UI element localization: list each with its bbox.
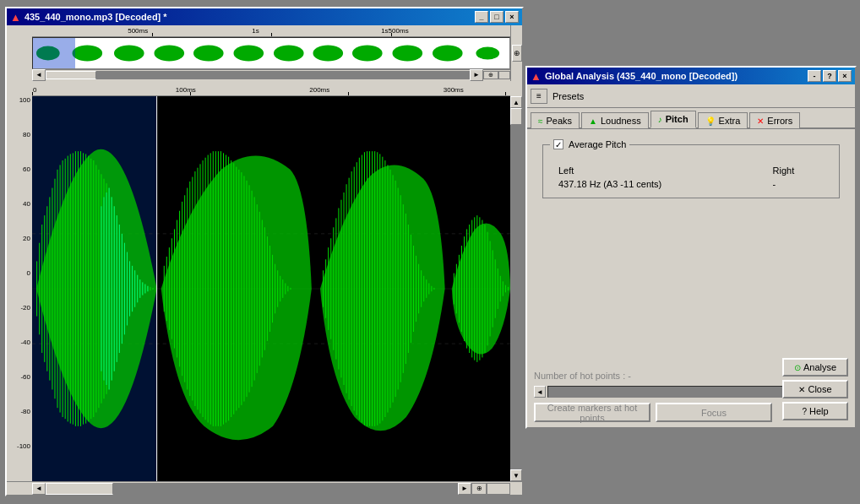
tab-pitch-label: Pitch xyxy=(666,114,689,124)
avg-pitch-label: Average Pitch xyxy=(569,139,626,149)
tab-loudness[interactable]: ▲ Loudness xyxy=(581,112,649,128)
svg-rect-167 xyxy=(413,246,414,332)
y-label-80: 80 xyxy=(23,131,30,138)
svg-rect-64 xyxy=(103,197,104,380)
analysis-help-btn[interactable]: ? xyxy=(823,70,836,82)
waveform-svg xyxy=(32,96,510,481)
svg-rect-22 xyxy=(49,197,50,380)
waveform-title-bar: ▲ 435_440_mono.mp3 [Decoded] * _ □ × xyxy=(7,8,522,25)
svg-rect-135 xyxy=(330,238,331,339)
svg-rect-191 xyxy=(493,250,493,327)
svg-rect-127 xyxy=(280,276,280,301)
mini-zoom-button[interactable]: ⊕ xyxy=(512,45,522,62)
svg-rect-138 xyxy=(338,208,339,369)
mini-wave-section: 500ms 1s 1s500ms xyxy=(7,25,522,81)
svg-rect-84 xyxy=(169,247,170,330)
svg-rect-140 xyxy=(344,192,345,385)
mini-scroll-track[interactable] xyxy=(46,71,470,79)
avg-pitch-checkbox[interactable]: ✓ xyxy=(553,139,563,149)
main-waveform-canvas[interactable] xyxy=(32,96,510,481)
main-ruler-spacer xyxy=(7,81,32,96)
tab-errors[interactable]: ✕ Errors xyxy=(749,112,800,128)
h-scroll-left[interactable]: ◄ xyxy=(32,483,46,495)
presets-icon[interactable]: ≡ xyxy=(531,89,547,104)
h-scroll-thumb[interactable] xyxy=(46,483,113,495)
svg-rect-27 xyxy=(63,160,63,417)
svg-rect-62 xyxy=(153,288,154,290)
svg-rect-172 xyxy=(426,279,427,298)
svg-rect-36 xyxy=(85,154,86,423)
analysis-minimize-btn[interactable]: - xyxy=(808,70,821,82)
svg-rect-33 xyxy=(78,151,79,426)
svg-rect-119 xyxy=(259,212,260,366)
h-zoom-icon[interactable]: ⊕ xyxy=(471,483,487,495)
tab-pitch[interactable]: ♪ Pitch xyxy=(650,111,696,128)
svg-rect-156 xyxy=(384,160,385,417)
svg-rect-152 xyxy=(374,151,375,426)
close-button[interactable]: × xyxy=(505,11,519,23)
svg-rect-183 xyxy=(471,220,472,358)
maximize-button[interactable]: □ xyxy=(490,11,503,23)
h-scroll-right[interactable]: ► xyxy=(458,483,471,495)
top-ruler: 500ms 1s 1s500ms xyxy=(32,25,510,37)
svg-rect-41 xyxy=(98,170,99,408)
svg-rect-94 xyxy=(194,171,195,406)
svg-rect-168 xyxy=(416,256,416,322)
close-button[interactable]: ✕ Close xyxy=(782,380,848,398)
svg-rect-180 xyxy=(464,236,465,341)
analysis-close-btn[interactable]: × xyxy=(838,70,852,82)
minimize-button[interactable]: _ xyxy=(475,11,488,23)
svg-rect-157 xyxy=(387,165,388,412)
svg-rect-174 xyxy=(431,286,432,292)
svg-rect-112 xyxy=(241,172,242,405)
zoom-handle[interactable] xyxy=(498,71,510,79)
scroll-thumb-v[interactable] xyxy=(510,108,522,125)
waveform-title: 435_440_mono.mp3 [Decoded] * xyxy=(24,12,167,22)
svg-rect-73 xyxy=(127,252,128,326)
svg-rect-159 xyxy=(393,175,394,402)
scroll-left-arrow[interactable]: ◄ xyxy=(32,69,46,81)
h-scroll-track[interactable] xyxy=(46,483,458,495)
focus-button[interactable]: Focus xyxy=(656,403,772,422)
svg-rect-125 xyxy=(275,264,275,314)
scroll-track-v[interactable] xyxy=(510,108,522,469)
slider-left-arrow[interactable]: ◄ xyxy=(534,386,546,398)
svg-rect-151 xyxy=(372,151,373,426)
svg-point-2 xyxy=(114,46,144,62)
svg-rect-77 xyxy=(137,275,138,303)
svg-rect-76 xyxy=(134,270,135,306)
mini-vscroll: ⊕ xyxy=(510,25,522,81)
svg-rect-190 xyxy=(490,241,491,337)
svg-rect-164 xyxy=(406,214,406,364)
tab-loudness-label: Loudness xyxy=(601,116,641,126)
tab-extra[interactable]: 💡 Extra xyxy=(698,112,748,128)
right-pitch-value: - xyxy=(766,177,830,191)
mini-scrollbar[interactable]: ◄ ► ⊕ xyxy=(32,69,510,79)
avg-pitch-checkbox-row: ✓ Average Pitch xyxy=(553,139,626,149)
svg-rect-80 xyxy=(144,285,145,294)
scroll-right-arrow[interactable]: ► xyxy=(470,69,483,81)
mini-scroll-thumb[interactable] xyxy=(46,71,96,79)
help-button[interactable]: ? Help xyxy=(782,402,848,420)
scroll-down-arrow[interactable]: ▼ xyxy=(510,469,522,481)
svg-rect-178 xyxy=(459,255,460,322)
analyse-button[interactable]: ⊙ Analyse xyxy=(782,358,848,377)
svg-rect-93 xyxy=(192,177,193,401)
svg-rect-184 xyxy=(474,217,475,360)
zoom-icon[interactable]: ⊕ xyxy=(483,71,498,79)
create-markers-button[interactable]: Create markers at hot points xyxy=(534,403,650,422)
h-scrollbar[interactable]: ◄ ► ⊕ xyxy=(7,481,522,495)
main-ruler: 0 100ms 200ms 300ms xyxy=(32,81,510,96)
v-scrollbar[interactable]: ▲ ▼ xyxy=(510,96,522,481)
tab-peaks[interactable]: ≈ Peaks xyxy=(531,112,580,128)
svg-rect-71 xyxy=(122,234,122,344)
waveform-content: 500ms 1s 1s500ms xyxy=(7,25,522,495)
svg-rect-124 xyxy=(272,255,273,322)
svg-rect-101 xyxy=(213,151,214,426)
svg-rect-133 xyxy=(325,259,326,317)
h-zoom-slider[interactable] xyxy=(487,483,510,495)
svg-rect-68 xyxy=(114,206,115,371)
svg-rect-176 xyxy=(454,274,454,305)
scroll-up-arrow[interactable]: ▲ xyxy=(510,96,522,108)
main-ruler-scrollbar-spacer xyxy=(510,81,522,96)
